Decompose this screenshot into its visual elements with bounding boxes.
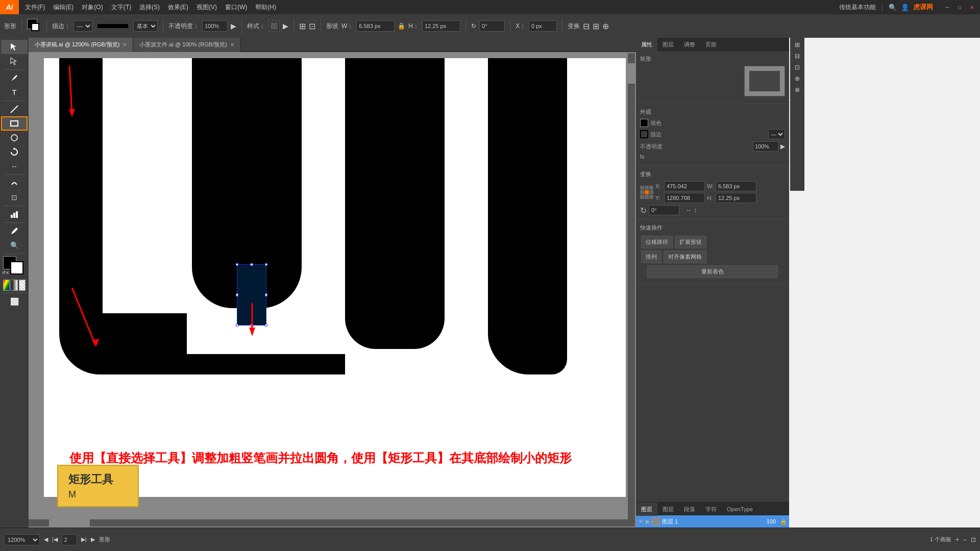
tab-2-close[interactable]: ✕ bbox=[230, 42, 234, 47]
opacity-more-icon[interactable]: ▶ bbox=[780, 143, 785, 150]
nav-next-icon[interactable]: ▶ bbox=[91, 536, 95, 543]
more-icon[interactable]: ⊞ bbox=[593, 21, 599, 31]
x-input[interactable] bbox=[529, 20, 557, 32]
vertical-scrollbar[interactable] bbox=[628, 53, 635, 527]
rotate-angle-icon[interactable]: ↻ bbox=[640, 206, 647, 215]
lock-aspect-icon[interactable]: 🔒 bbox=[398, 22, 405, 30]
tab-2[interactable]: 小墨源文件.ai @ 100% (RGB/预览) ✕ bbox=[133, 38, 240, 52]
props-tab-page[interactable]: 页面 bbox=[700, 38, 722, 51]
props-tab-layers-top[interactable]: 图层 bbox=[657, 38, 679, 51]
distribute-icon[interactable]: ⊡ bbox=[309, 21, 315, 31]
style-swatch[interactable] bbox=[268, 20, 280, 32]
search-icon[interactable]: 🔍 bbox=[889, 4, 897, 11]
layer-lock-icon[interactable]: 🔒 bbox=[780, 518, 787, 525]
layer-visibility-icon[interactable]: 👁 bbox=[638, 518, 644, 524]
h-scroll-thumb[interactable] bbox=[49, 519, 90, 527]
horizontal-scrollbar[interactable] bbox=[29, 519, 628, 527]
offset-path-button[interactable]: 位移路径 bbox=[641, 236, 673, 248]
recolor-button[interactable]: 重新着色 bbox=[647, 265, 778, 278]
panel-icon-5[interactable]: ⊗ bbox=[793, 85, 801, 95]
width-input[interactable] bbox=[356, 20, 395, 32]
panel-tab-char[interactable]: 字符 bbox=[700, 503, 722, 516]
panel-tab-opentype[interactable]: OpenType bbox=[722, 503, 758, 516]
stroke-select[interactable]: — bbox=[74, 20, 92, 32]
opacity-panel-input[interactable] bbox=[753, 141, 778, 152]
nav-first-icon[interactable]: |◀ bbox=[52, 536, 58, 543]
stroke-type-select[interactable]: — bbox=[768, 129, 785, 139]
fill-stroke-indicator[interactable] bbox=[27, 19, 41, 33]
tab-1-close[interactable]: ✕ bbox=[122, 42, 127, 47]
angle-input-prop[interactable] bbox=[649, 205, 679, 215]
graph-tool[interactable] bbox=[1, 207, 28, 221]
free-transform-tool[interactable]: ⊡ bbox=[1, 190, 28, 205]
panel-icon-2[interactable]: ⊟ bbox=[793, 51, 801, 61]
align-pixel-button[interactable]: 对齐像素网格 bbox=[664, 251, 706, 263]
opacity-input[interactable] bbox=[202, 20, 228, 32]
fill-color-swatch[interactable] bbox=[640, 119, 648, 127]
menu-window[interactable]: 窗口(W) bbox=[221, 0, 251, 14]
transform-icon[interactable]: ⊟ bbox=[583, 21, 590, 31]
color-mode-btn[interactable] bbox=[3, 280, 10, 291]
close-button[interactable]: ✕ bbox=[968, 3, 976, 11]
menu-file[interactable]: 文件(F) bbox=[21, 0, 49, 14]
rotate-icon[interactable]: ↻ bbox=[471, 22, 476, 30]
props-tab-adjust[interactable]: 调整 bbox=[679, 38, 700, 51]
selection-tool[interactable] bbox=[1, 40, 28, 54]
layer-expand-icon[interactable]: ▶ bbox=[646, 518, 650, 525]
handle-mr[interactable] bbox=[265, 294, 267, 296]
extra-icon[interactable]: ⊕ bbox=[602, 21, 609, 31]
nav-last-icon[interactable]: ▶| bbox=[81, 536, 87, 543]
handle-tm[interactable] bbox=[251, 263, 253, 266]
nav-prev-icon[interactable]: ◀ bbox=[44, 536, 48, 543]
rotate-tool[interactable] bbox=[1, 145, 28, 159]
menu-object[interactable]: 对象(O) bbox=[78, 0, 107, 14]
restore-button[interactable]: □ bbox=[955, 3, 964, 11]
gradient-btn[interactable] bbox=[11, 280, 17, 291]
height-input[interactable] bbox=[422, 20, 460, 32]
panel-tab-para[interactable]: 段落 bbox=[679, 503, 700, 516]
panel-icon-3[interactable]: ⊡ bbox=[793, 62, 801, 72]
panel-tab-layers2[interactable]: 图层 bbox=[657, 503, 679, 516]
flip-h-icon[interactable]: ↔ bbox=[685, 207, 692, 214]
rectangle-tool[interactable] bbox=[1, 116, 28, 131]
view-icon[interactable]: ⊡ bbox=[971, 536, 976, 543]
color-swatch-area[interactable]: ↺ X bbox=[1, 256, 28, 277]
layer-row-1[interactable]: 👁 ▶ 图层 1 100 🔒 bbox=[636, 515, 789, 528]
props-tab-properties[interactable]: 属性 bbox=[636, 38, 657, 51]
tab-1[interactable]: 小墨讲稿.ai @ 1200% (RGB/预览) ✕ bbox=[29, 38, 133, 52]
reflect-tool[interactable]: ↔ bbox=[1, 159, 28, 173]
pen-tool[interactable] bbox=[1, 71, 28, 85]
line-tool[interactable] bbox=[1, 102, 28, 116]
artboard-tool[interactable]: ⬜ bbox=[1, 294, 28, 309]
zoom-out-icon[interactable]: − bbox=[963, 536, 967, 543]
workspace-select[interactable]: 传统基本功能 bbox=[839, 3, 876, 12]
stroke-color-swatch[interactable] bbox=[640, 130, 648, 138]
minimize-button[interactable]: ─ bbox=[943, 3, 951, 11]
style-expand-icon[interactable]: ▶ bbox=[283, 22, 288, 30]
w-coord-input[interactable] bbox=[716, 181, 756, 191]
menu-edit[interactable]: 编辑(E) bbox=[49, 0, 78, 14]
pattern-btn[interactable] bbox=[19, 280, 26, 291]
menu-help[interactable]: 帮助(H) bbox=[251, 0, 280, 14]
x-coord-input[interactable] bbox=[664, 181, 705, 191]
opacity-expand-icon[interactable]: ▶ bbox=[231, 22, 236, 30]
menu-effect[interactable]: 效果(E) bbox=[164, 0, 192, 14]
direct-selection-tool[interactable] bbox=[1, 54, 28, 68]
align-button[interactable]: 排列 bbox=[641, 251, 662, 263]
angle-input[interactable] bbox=[479, 20, 505, 32]
paint-tool[interactable] bbox=[1, 131, 28, 145]
canvas-area[interactable]: 使用【直接选择工具】调整加粗竖笔画并拉出圆角，使用【矩形工具】在其底部绘制小的矩… bbox=[29, 38, 636, 528]
type-tool[interactable]: T bbox=[1, 85, 28, 99]
handle-tl[interactable] bbox=[236, 263, 238, 266]
handle-ml[interactable] bbox=[236, 294, 238, 296]
y-coord-input[interactable] bbox=[664, 193, 705, 203]
zoom-select[interactable]: 1200% bbox=[4, 534, 40, 545]
h-coord-input[interactable] bbox=[716, 193, 756, 203]
expand-shape-button[interactable]: 扩展形状 bbox=[675, 236, 706, 248]
panel-tab-layers[interactable]: 图层 bbox=[636, 503, 657, 516]
panel-icon-4[interactable]: ⊕ bbox=[793, 73, 801, 84]
eyedropper-tool[interactable] bbox=[1, 224, 28, 238]
zoom-tool[interactable]: 🔍 bbox=[1, 238, 28, 253]
panel-icon-1[interactable]: ⊞ bbox=[793, 40, 801, 50]
flip-v-icon[interactable]: ↕ bbox=[694, 207, 697, 214]
